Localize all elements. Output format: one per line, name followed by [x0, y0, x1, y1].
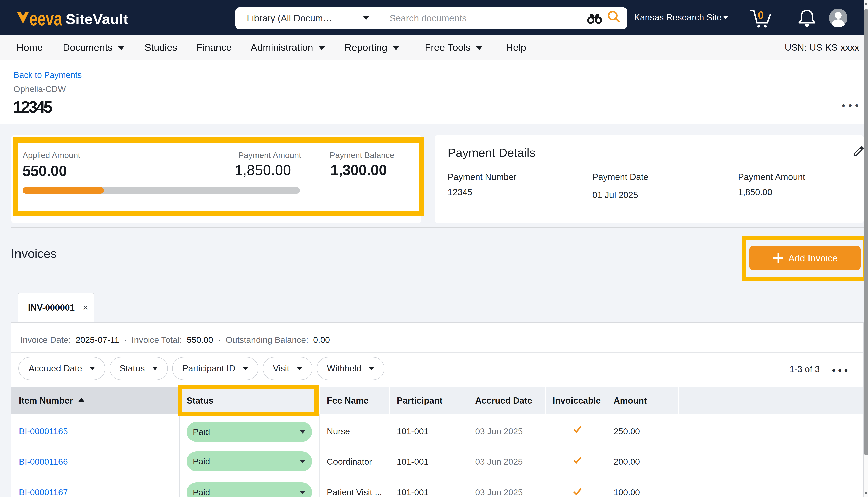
svg-text:eeva: eeva	[29, 8, 62, 29]
svg-text:SiteVault: SiteVault	[66, 12, 128, 27]
svg-text:0: 0	[758, 9, 764, 21]
